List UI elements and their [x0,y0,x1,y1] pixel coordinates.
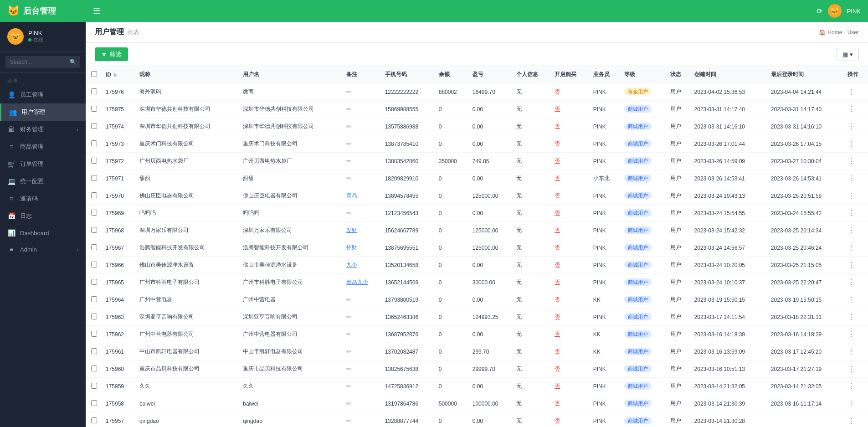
row-checkbox[interactable] [91,244,97,250]
row-checkbox[interactable] [91,262,97,268]
row-checkbox[interactable] [91,365,97,371]
purchase-toggle[interactable]: 否 [555,192,560,199]
edit-icon[interactable]: ✏ [346,123,351,130]
action-menu-button[interactable]: ⋮ [847,382,855,390]
row-checkbox[interactable] [91,296,97,302]
edit-icon[interactable]: ✏ [346,210,351,216]
nav-item-config[interactable]: 💻 统一配置 [0,173,86,190]
edit-icon[interactable]: ✏ [346,365,351,372]
purchase-toggle[interactable]: 否 [555,210,560,216]
row-checkbox[interactable] [91,175,97,181]
nav-item-dashboard[interactable]: 📊 Dashboard [0,225,86,241]
note-link[interactable]: 青岛九少 [346,279,368,285]
row-checkbox[interactable] [91,140,97,146]
note-link[interactable]: 发财 [346,227,357,233]
action-menu-button[interactable]: ⋮ [847,330,855,338]
action-menu-button[interactable]: ⋮ [847,278,855,286]
nav-item-user[interactable]: 👥 用户管理 [0,103,86,121]
action-menu-button[interactable]: ⋮ [847,226,855,234]
nav-item-staff[interactable]: 👤 员工管理 [0,86,86,103]
edit-icon[interactable]: ✏ [346,158,351,165]
purchase-toggle[interactable]: 否 [555,348,560,355]
purchase-toggle[interactable]: 否 [555,400,560,406]
row-checkbox[interactable] [91,400,97,406]
edit-icon[interactable]: ✏ [346,88,351,95]
purchase-toggle[interactable]: 否 [555,140,560,147]
nav-item-log[interactable]: 📅 日志 [0,207,86,225]
action-menu-button[interactable]: ⋮ [847,417,855,425]
action-menu-button[interactable]: ⋮ [847,261,855,269]
action-menu-button[interactable]: ⋮ [847,365,855,373]
purchase-toggle[interactable]: 否 [555,88,560,95]
row-checkbox[interactable] [91,227,97,233]
select-all-checkbox[interactable] [91,71,97,77]
purchase-toggle[interactable]: 否 [555,175,560,181]
purchase-toggle[interactable]: 否 [555,365,560,372]
nav-item-goods[interactable]: ≡ 商品管理 [0,138,86,155]
purchase-toggle[interactable]: 否 [555,314,560,320]
row-checkbox[interactable] [91,314,97,319]
row-checkbox[interactable] [91,106,97,112]
purchase-toggle[interactable]: 否 [555,106,560,112]
action-menu-button[interactable]: ⋮ [847,140,855,148]
sort-icon-id[interactable]: ⇅ [113,73,117,77]
action-menu-button[interactable]: ⋮ [847,244,855,252]
purchase-toggle[interactable]: 否 [555,244,560,251]
filter-button[interactable]: ▼ 筛选 [95,47,128,61]
edit-icon[interactable]: ✏ [346,106,351,113]
edit-icon[interactable]: ✏ [346,348,351,355]
note-link[interactable]: 九少 [346,262,357,268]
edit-icon[interactable]: ✏ [346,296,351,303]
purchase-toggle[interactable]: 否 [555,123,560,129]
row-checkbox[interactable] [91,417,97,423]
note-link[interactable]: 青岛 [346,192,357,199]
action-menu-button[interactable]: ⋮ [847,157,855,165]
breadcrumb-home[interactable]: Home [827,29,842,36]
cell-note: ✏ [343,309,381,326]
note-link[interactable]: 招财 [346,244,357,251]
edit-icon[interactable]: ✏ [346,175,351,182]
nav-item-invite[interactable]: ≡ 邀请码 [0,190,86,207]
cell-purchase: 否 [551,170,590,187]
row-checkbox[interactable] [91,348,97,354]
purchase-toggle[interactable]: 否 [555,227,560,233]
action-menu-button[interactable]: ⋮ [847,105,855,113]
edit-icon[interactable]: ✏ [346,383,351,390]
row-checkbox[interactable] [91,192,97,198]
purchase-toggle[interactable]: 否 [555,331,560,337]
purchase-toggle[interactable]: 否 [555,158,560,164]
action-menu-button[interactable]: ⋮ [847,192,855,200]
action-menu-button[interactable]: ⋮ [847,175,855,182]
row-checkbox[interactable] [91,383,97,389]
action-menu-button[interactable]: ⋮ [847,209,855,217]
nav-item-order[interactable]: 🛒 订单管理 [0,155,86,173]
action-menu-button[interactable]: ⋮ [847,123,855,130]
menu-toggle-button[interactable]: ☰ [93,6,100,16]
action-menu-button[interactable]: ⋮ [847,296,855,304]
purchase-toggle[interactable]: 否 [555,262,560,268]
edit-icon[interactable]: ✏ [346,140,351,147]
purchase-toggle[interactable]: 否 [555,296,560,303]
search-input[interactable] [5,56,80,68]
edit-icon[interactable]: ✏ [346,331,351,338]
row-checkbox[interactable] [91,158,97,164]
row-checkbox[interactable] [91,210,97,216]
nav-item-finance[interactable]: 🏛 财务管理 › [0,121,86,138]
nav-item-admin[interactable]: ≡ Admin › [0,241,86,257]
row-checkbox[interactable] [91,279,97,285]
action-menu-button[interactable]: ⋮ [847,400,855,407]
edit-icon[interactable]: ✏ [346,400,351,407]
action-menu-button[interactable]: ⋮ [847,313,855,321]
edit-icon[interactable]: ✏ [346,417,351,424]
purchase-toggle[interactable]: 否 [555,279,560,285]
purchase-toggle[interactable]: 否 [555,417,560,424]
row-checkbox[interactable] [91,123,97,129]
columns-button[interactable]: ▦ ▾ [837,48,859,61]
row-checkbox[interactable] [91,331,97,337]
action-menu-button[interactable]: ⋮ [847,88,855,96]
edit-icon[interactable]: ✏ [346,314,351,320]
action-menu-button[interactable]: ⋮ [847,348,855,355]
refresh-button[interactable]: ⟳ [817,7,822,15]
purchase-toggle[interactable]: 否 [555,383,560,389]
row-checkbox[interactable] [91,88,97,94]
